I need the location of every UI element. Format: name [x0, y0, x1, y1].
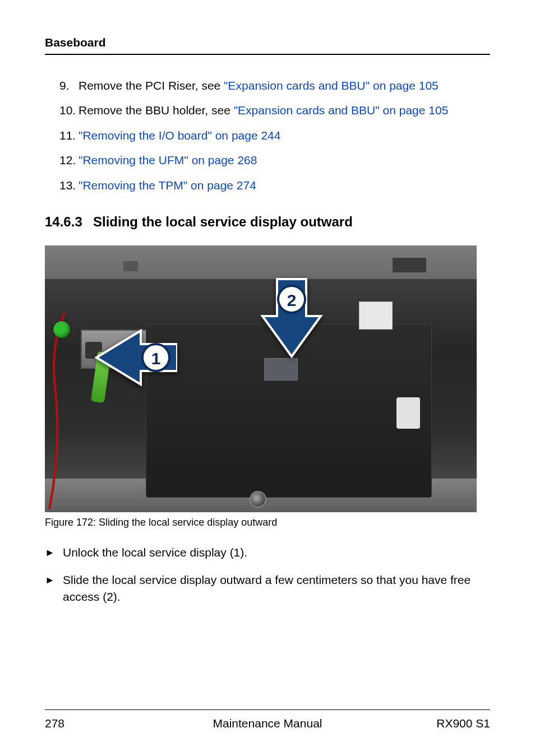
step-text: Remove the PCI Riser, see "Expansion car…: [79, 77, 490, 94]
step-number: 9.: [59, 77, 79, 94]
step-prefix: Remove the PCI Riser, see: [79, 79, 224, 92]
action-steps: ► Unlock the local service display (1). …: [45, 544, 490, 605]
arrow-1-label: 1: [151, 349, 161, 368]
action-step-1: ► Unlock the local service display (1).: [45, 544, 490, 561]
xref-link[interactable]: "Expansion cards and BBU" on page 105: [234, 104, 449, 117]
figure-top-rail: [45, 245, 477, 280]
step-text: Remove the BBU holder, see "Expansion ca…: [79, 102, 490, 119]
step-9: 9. Remove the PCI Riser, see "Expansion …: [59, 77, 490, 94]
triangle-bullet-icon: ►: [45, 544, 63, 561]
step-prefix: Remove the BBU holder, see: [79, 104, 234, 117]
step-11: 11. "Removing the I/O board" on page 244: [59, 127, 490, 144]
arrow-2-label: 2: [287, 291, 297, 309]
section-heading: 14.6.3 Sliding the local service display…: [45, 214, 490, 230]
section-number: 14.6.3: [45, 214, 93, 230]
footer-model: RX900 S1: [436, 717, 490, 730]
step-number: 12.: [59, 152, 79, 169]
step-13: 13. "Removing the TPM" on page 274: [59, 177, 490, 194]
section-title: Sliding the local service display outwar…: [93, 214, 353, 230]
step-10: 10. Remove the BBU holder, see "Expansio…: [59, 102, 490, 119]
action-text: Slide the local service display outward …: [63, 572, 490, 606]
step-number: 11.: [59, 127, 79, 144]
xref-link[interactable]: "Removing the UFM" on page 268: [79, 154, 257, 166]
figure-hinge: [396, 397, 420, 429]
step-text: "Removing the UFM" on page 268: [79, 152, 490, 169]
figure-green-knob: [53, 321, 70, 338]
step-text: "Removing the TPM" on page 274: [79, 177, 490, 194]
step-12: 12. "Removing the UFM" on page 268: [59, 152, 490, 169]
footer-center: Maintenance Manual: [45, 717, 490, 730]
figure-arrow-1: 1: [93, 328, 177, 396]
xref-link[interactable]: "Removing the I/O board" on page 244: [79, 129, 280, 142]
page-header-section: Baseboard: [45, 36, 490, 49]
footer-rule: [45, 709, 490, 710]
step-number: 13.: [59, 177, 79, 194]
figure-chip: [264, 358, 298, 381]
action-text: Unlock the local service display (1).: [63, 544, 247, 561]
footer-page-number: 278: [45, 717, 64, 730]
numbered-steps: 9. Remove the PCI Riser, see "Expansion …: [59, 77, 490, 194]
action-step-2: ► Slide the local service display outwar…: [45, 572, 490, 606]
page-footer: Maintenance Manual 278 RX900 S1: [45, 709, 490, 730]
figure-arrow-2: 2: [258, 277, 325, 361]
step-text: "Removing the I/O board" on page 244: [79, 127, 490, 144]
xref-link[interactable]: "Removing the TPM" on page 274: [79, 179, 256, 192]
figure-screw: [250, 491, 266, 508]
triangle-bullet-icon: ►: [45, 572, 63, 606]
figure-172: 1 2: [45, 245, 477, 512]
xref-link[interactable]: "Expansion cards and BBU" on page 105: [224, 79, 439, 92]
figure-connector: [359, 302, 393, 330]
step-number: 10.: [59, 102, 79, 119]
figure-caption: Figure 172: Sliding the local service di…: [45, 517, 490, 528]
header-rule: [45, 54, 490, 55]
